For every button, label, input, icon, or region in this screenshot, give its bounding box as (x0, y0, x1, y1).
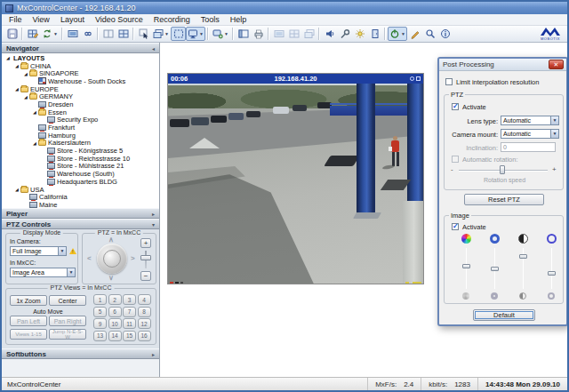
zoom-out-button[interactable]: − (140, 271, 151, 281)
limit-interpolation-checkbox[interactable] (445, 78, 453, 85)
menu-item-view[interactable]: View (28, 15, 55, 24)
inclination-field[interactable]: 0 (501, 142, 556, 152)
tree-expander-icon[interactable]: ◢ (31, 109, 38, 115)
layout-columns-button[interactable] (100, 27, 116, 41)
tree-expander-icon[interactable]: ◢ (22, 94, 29, 100)
tree-expander-icon[interactable]: ◢ (13, 187, 20, 192)
menu-item-recording[interactable]: Recording (148, 15, 196, 24)
tree-item-dresden[interactable]: Dresden (2, 100, 159, 108)
tree-item-california[interactable]: California (2, 193, 159, 201)
power-button[interactable]: ▼ (388, 27, 407, 41)
window-cascade-button[interactable]: ▼ (151, 27, 171, 41)
preset-button-12[interactable]: 12 (138, 318, 151, 329)
rotation-slider-thumb[interactable] (500, 165, 505, 174)
pan-right-arrow[interactable]: > (131, 255, 135, 262)
pan-left-button[interactable]: Pan Left (10, 316, 47, 326)
tree-item-store-reichsstrasse-10[interactable]: Store - Reichsstrasse 10 (2, 155, 159, 163)
tree-expander-icon[interactable]: ◢ (13, 86, 20, 92)
jump-nesw-button[interactable]: Jump N-E-S-W (49, 329, 86, 340)
navigator-panel-header[interactable]: Navigator ◂ (2, 43, 159, 53)
saturation-slider-thumb[interactable] (462, 264, 470, 268)
default-button[interactable]: Default (473, 309, 535, 321)
tree-expander-icon[interactable]: ◢ (22, 71, 29, 76)
pan-left-arrow[interactable]: < (87, 255, 92, 262)
setup-button[interactable] (407, 27, 422, 41)
tree-item-store-k-nigstrasse-5[interactable]: Store - Königstrasse 5 (2, 147, 159, 155)
preset-button-5[interactable]: 5 (93, 307, 107, 317)
in-camera-select[interactable]: Full Image ▼ (10, 246, 67, 256)
saturation-slider-track[interactable] (466, 248, 467, 289)
monitor-display-button[interactable]: ▼ (186, 27, 205, 41)
tree-expander-icon[interactable]: ◢ (13, 63, 20, 68)
tree-item-maine[interactable]: Maine (2, 201, 159, 208)
collapse-icon[interactable]: ▾ (152, 221, 155, 228)
audio-button[interactable] (322, 27, 337, 41)
tree-item-europe[interactable]: ◢EUROPE (2, 85, 159, 93)
info-button[interactable] (437, 27, 453, 41)
pan-up-arrow[interactable]: ∧ (108, 236, 114, 244)
chevron-down-icon[interactable]: ▼ (53, 31, 58, 36)
views-range-button[interactable]: Views 1-15 (10, 329, 47, 340)
tree-item-layouts[interactable]: ◢LAYOUTS (2, 54, 159, 62)
search-button[interactable] (422, 27, 437, 41)
tree-item-warehouse-south-docks[interactable]: Warehouse - South Docks (2, 77, 159, 85)
ptz-joystick[interactable] (97, 244, 127, 274)
chevron-down-icon[interactable]: ▼ (164, 31, 169, 36)
image-activate-checkbox[interactable] (452, 223, 459, 230)
tree-expander-icon[interactable]: ◢ (4, 55, 12, 60)
door-button[interactable] (367, 27, 382, 41)
light-button[interactable] (352, 27, 367, 41)
hue-slider-thumb[interactable] (548, 271, 556, 276)
preset-button-10[interactable]: 10 (108, 318, 122, 329)
ptz-activate-checkbox[interactable] (452, 103, 459, 110)
tree-expander-icon[interactable]: ◢ (31, 140, 38, 146)
live-video-view[interactable]: 00:06 192.168.41.20 (167, 73, 424, 284)
tools-button[interactable] (337, 27, 352, 41)
chevron-down-icon[interactable]: ▼ (401, 31, 405, 36)
preset-button-8[interactable]: 8 (138, 307, 151, 317)
zoom-slider-thumb[interactable] (140, 255, 151, 260)
print-button[interactable] (251, 27, 266, 41)
layout-grid-button[interactable] (116, 27, 131, 41)
chevron-down-icon[interactable]: ▼ (199, 31, 204, 36)
layout-manager-button[interactable] (25, 27, 40, 41)
preset-button-4[interactable]: 4 (138, 294, 151, 305)
preset-button-7[interactable]: 7 (123, 307, 136, 317)
zoom-window-button[interactable] (136, 27, 151, 41)
tree-item-usa[interactable]: ◢USA (2, 186, 159, 194)
expand-icon[interactable]: ▸ (152, 351, 155, 357)
selection-frame-button[interactable] (171, 27, 186, 41)
tree-item-china[interactable]: ◢CHINA (2, 62, 159, 70)
lens-type-select[interactable]: Automatic ▼ (501, 116, 559, 125)
hue-slider-track[interactable] (551, 248, 552, 289)
tree-item-hamburg[interactable]: Hamburg (2, 132, 159, 140)
brightness-slider-thumb[interactable] (491, 267, 499, 271)
tree-item-frankfurt[interactable]: Frankfurt (2, 124, 159, 132)
collapse-icon[interactable]: ◂ (152, 45, 155, 52)
auto-rotation-checkbox[interactable] (452, 156, 459, 163)
preset-button-3[interactable]: 3 (123, 294, 136, 305)
tree-item-headquarters-bldg[interactable]: Headquarters BLDG (2, 178, 159, 186)
preset-button-16[interactable]: 16 (138, 331, 151, 341)
pan-down-arrow[interactable]: ∨ (108, 275, 114, 282)
tree-item-essen[interactable]: ◢Essen (2, 108, 159, 116)
pan-right-button[interactable]: Pan Right (49, 316, 86, 326)
dock-window-button[interactable] (236, 27, 251, 41)
preset-button-6[interactable]: 6 (108, 307, 122, 317)
player-panel-header[interactable]: Player ▸ (2, 208, 159, 219)
image-size-button[interactable] (65, 27, 80, 41)
menu-item-file[interactable]: File (4, 15, 28, 24)
refresh-button[interactable]: ▼ (40, 27, 60, 41)
tree-item-security-expo[interactable]: Security Expo (2, 116, 159, 124)
preset-button-1[interactable]: 1 (93, 294, 107, 305)
tree-item-singapore[interactable]: ◢SINGAPORE (2, 69, 159, 77)
close-icon[interactable]: ✕ (549, 60, 564, 69)
live-link-button[interactable] (80, 27, 95, 41)
zoom-1x-button[interactable]: 1x Zoom (10, 295, 47, 306)
preset-button-9[interactable]: 9 (93, 318, 107, 329)
contrast-slider-thumb[interactable] (519, 254, 527, 259)
camera-mount-select[interactable]: Automatic ▼ (501, 129, 559, 139)
tree-item-warehouse-south[interactable]: Warehouse (South) (2, 170, 159, 178)
expand-icon[interactable]: ▸ (152, 211, 155, 217)
softbuttons-panel-header[interactable]: Softbuttons ▸ (2, 348, 159, 359)
